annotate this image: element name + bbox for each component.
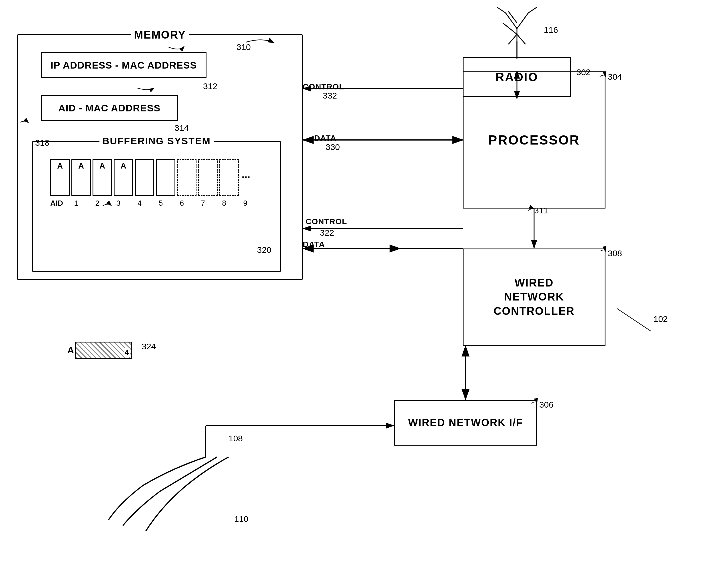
packet-hatch: 4 bbox=[75, 342, 132, 359]
processor-label: PROCESSOR bbox=[488, 132, 580, 148]
wni-label: WIRED NETWORK I/F bbox=[408, 416, 523, 430]
buffer-cell-3: A bbox=[93, 159, 112, 196]
buffer-cells: A A A A ··· bbox=[50, 159, 250, 196]
buffer-dots: ··· bbox=[242, 171, 250, 183]
svg-line-13 bbox=[529, 7, 537, 13]
ref-108: 108 bbox=[229, 433, 243, 443]
packet-a-label: A bbox=[67, 345, 74, 356]
svg-line-12 bbox=[497, 7, 506, 13]
svg-line-7 bbox=[508, 11, 517, 23]
buffer-cell-6 bbox=[156, 159, 175, 196]
ref-110: 110 bbox=[234, 514, 249, 524]
wni-box: WIRED NETWORK I/F bbox=[394, 400, 537, 446]
svg-line-11 bbox=[517, 13, 529, 28]
ref-102: 102 bbox=[654, 314, 668, 324]
ref-308: 308 bbox=[608, 249, 622, 258]
ref-330: 330 bbox=[326, 142, 340, 152]
memory-title: MEMORY bbox=[131, 29, 189, 41]
ref-304: 304 bbox=[608, 72, 622, 82]
buffer-cell-7 bbox=[177, 159, 196, 196]
aid-text: AID bbox=[50, 199, 63, 208]
ref-116: 116 bbox=[544, 25, 558, 35]
ref-324: 324 bbox=[142, 342, 156, 351]
control-label-2: CONTROL bbox=[306, 217, 347, 226]
packet-324: A 4 bbox=[67, 342, 132, 359]
ref-318: 318 bbox=[35, 138, 49, 148]
diagram-container: MEMORY IP ADDRESS - MAC ADDRESS 312 AID … bbox=[0, 0, 728, 587]
svg-line-4 bbox=[508, 34, 517, 44]
aid-mac-box: AID - MAC ADDRESS bbox=[41, 95, 178, 121]
packet-number: 4 bbox=[124, 348, 130, 357]
svg-line-10 bbox=[506, 13, 517, 28]
svg-line-6 bbox=[503, 23, 517, 34]
ref-306: 306 bbox=[539, 400, 554, 409]
svg-line-5 bbox=[517, 34, 525, 44]
buffer-cell-8 bbox=[198, 159, 218, 196]
ip-mac-box: IP ADDRESS - MAC ADDRESS bbox=[41, 52, 207, 78]
ref-311: 311 bbox=[534, 206, 548, 215]
wnc-box: WIREDNETWORKCONTROLLER bbox=[463, 249, 606, 346]
ip-mac-label: IP ADDRESS - MAC ADDRESS bbox=[51, 60, 197, 71]
control-label-1: CONTROL bbox=[303, 82, 344, 91]
buffer-cell-1: A bbox=[50, 159, 70, 196]
data-label-2: DATA bbox=[303, 240, 325, 249]
buffering-system-box: BUFFERING SYSTEM A A A A ··· AID 1 2 bbox=[32, 141, 281, 272]
memory-box: MEMORY IP ADDRESS - MAC ADDRESS 312 AID … bbox=[17, 34, 303, 280]
ref-320: 320 bbox=[257, 245, 271, 255]
ref-332: 332 bbox=[323, 91, 337, 100]
processor-box: PROCESSOR bbox=[463, 71, 606, 209]
buffer-cell-9 bbox=[219, 159, 239, 196]
buffering-title: BUFFERING SYSTEM bbox=[99, 135, 214, 146]
wnc-label: WIREDNETWORKCONTROLLER bbox=[494, 276, 574, 318]
ref-322: 322 bbox=[320, 228, 334, 238]
aid-mac-label: AID - MAC ADDRESS bbox=[58, 102, 161, 114]
ref-312: 312 bbox=[203, 81, 217, 91]
ref-314: 314 bbox=[174, 123, 189, 133]
aid-labels: AID 1 2 3 4 5 6 7 8 9 bbox=[50, 199, 255, 208]
svg-line-25 bbox=[617, 308, 651, 331]
buffer-cell-4: A bbox=[114, 159, 133, 196]
buffer-cell-5 bbox=[135, 159, 154, 196]
buffer-cell-2: A bbox=[71, 159, 91, 196]
data-label-1: DATA bbox=[314, 134, 336, 143]
ref-310: 310 bbox=[236, 42, 251, 52]
